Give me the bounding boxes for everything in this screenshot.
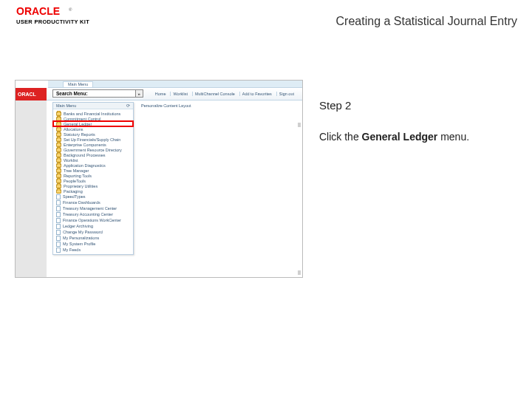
menu-item-label: Reporting Tools: [64, 174, 92, 178]
menu-item-label: PeopleTools: [64, 179, 86, 183]
svg-text:®: ®: [69, 7, 72, 12]
folder-icon: [56, 127, 61, 132]
menu-item-label: Treasury Accounting Center: [63, 212, 113, 216]
menu-item-label: Finance Operations WorkCenter: [63, 218, 121, 222]
menu-item-enterprise-components[interactable]: Enterprise Components: [53, 142, 133, 147]
search-label: Search Menu:: [53, 91, 91, 96]
menu-item-label: Set Up Financials/Supply Chain: [64, 137, 120, 142]
folder-icon: [56, 153, 61, 157]
document-icon: [56, 248, 61, 253]
folder-icon: [56, 189, 61, 194]
menu-item-treasury-management-center[interactable]: Treasury Management Center: [53, 205, 133, 211]
folder-icon: [56, 158, 61, 163]
menu-item-change-my-password[interactable]: Change My Password: [53, 229, 133, 235]
user-bar: Main Menu: [48, 81, 302, 88]
menu-item-label: My System Profile: [63, 242, 95, 246]
menu-item-label: Background Processes: [64, 153, 106, 157]
search-input[interactable]: [91, 90, 135, 97]
menu-item-treasury-accounting-center[interactable]: Treasury Accounting Center: [53, 211, 133, 217]
menu-item-commitment-control[interactable]: Commitment Control: [53, 116, 133, 121]
breadcrumb: Personalize Content Layout: [141, 103, 191, 108]
folder-icon: [56, 163, 61, 168]
menu-item-label: My Personalizations: [63, 236, 99, 240]
menu-item-label: SpeedTypes: [63, 194, 86, 199]
menu-item-ledger-archiving[interactable]: Ledger Archiving: [53, 223, 133, 229]
menu-item-my-feeds[interactable]: My Feeds: [53, 247, 133, 253]
menu-item-label: Packaging: [64, 189, 83, 194]
menu-item-worklist[interactable]: Worklist: [53, 157, 133, 163]
folder-icon: [56, 168, 61, 173]
document-icon: [56, 218, 61, 223]
menu-item-statutory-reports[interactable]: Statutory Reports: [53, 132, 133, 137]
menu-item-label: Tree Manager: [64, 168, 89, 173]
embedded-screenshot: ORACL Main Menu HomeWorklistMultiChannel…: [15, 80, 303, 278]
menu-item-label: Finance Dashboards: [63, 200, 100, 205]
menu-item-banks-and-financial-institutions[interactable]: Banks and Financial Institutions: [53, 111, 133, 116]
menu-item-allocations[interactable]: Allocations: [53, 126, 133, 132]
menu-item-label: Banks and Financial Institutions: [64, 112, 120, 116]
menu-item-background-processes[interactable]: Background Processes: [53, 152, 133, 157]
menu-item-proprietary-utilities[interactable]: Proprietary Utilities: [53, 183, 133, 188]
menu-item-reporting-tools[interactable]: Reporting Tools: [53, 173, 133, 178]
folder-icon: [56, 132, 61, 137]
menu-item-label: Change My Password: [63, 230, 103, 234]
menu-item-application-diagnostics[interactable]: Application Diagnostics: [53, 163, 133, 168]
menu-item-label: Treasury Management Center: [63, 206, 117, 211]
step-label: Step 2: [319, 99, 517, 112]
menu-item-label: Government Resource Directory: [64, 148, 122, 152]
oracle-upk-logo: ORACLE ® USER PRODUCTIVITY KIT: [16, 6, 105, 25]
folder-icon: [56, 137, 61, 142]
folder-icon: [56, 112, 61, 116]
svg-text:ORACLE: ORACLE: [16, 6, 60, 17]
menu-item-peopletools[interactable]: PeopleTools: [53, 178, 133, 183]
menu-item-label: Ledger Archiving: [63, 224, 93, 228]
menu-item-label: Worklist: [64, 158, 78, 163]
menu-item-government-resource-directory[interactable]: Government Resource Directory: [53, 147, 133, 152]
menu-item-finance-dashboards[interactable]: Finance Dashboards: [53, 200, 133, 205]
search-go-icon[interactable]: »: [135, 90, 143, 97]
instruction-panel: Step 2 Click the General Ledger menu.: [319, 80, 517, 278]
oracle-strip: ORACL: [16, 88, 47, 100]
document-icon: [56, 200, 61, 205]
menu-item-label: Allocations: [64, 127, 83, 132]
folder-icon: [56, 184, 61, 188]
menu-item-my-personalizations[interactable]: My Personalizations: [53, 235, 133, 241]
nav-add-to-favorites[interactable]: Add to Favorites: [239, 92, 274, 96]
menu-item-packaging[interactable]: Packaging: [53, 188, 133, 194]
tab-main-menu[interactable]: Main Menu: [63, 81, 93, 87]
main-menu-panel: Main Menu ⟳ Banks and Financial Institut…: [52, 102, 134, 255]
page-title: Creating a Statistical Journal Entry: [336, 15, 517, 28]
menu-item-label: Statutory Reports: [64, 132, 95, 137]
nav-multichannel-console[interactable]: MultiChannel Console: [192, 92, 237, 96]
menu-header: Main Menu: [56, 103, 76, 108]
folder-icon: [56, 174, 61, 178]
menu-item-my-system-profile[interactable]: My System Profile: [53, 241, 133, 247]
menu-item-general-ledger[interactable]: General Ledger: [53, 121, 133, 126]
folder-icon: [56, 143, 61, 147]
nav-home[interactable]: Home: [153, 92, 168, 96]
menu-item-label: General Ledger: [64, 122, 92, 126]
menu-item-speedtypes[interactable]: SpeedTypes: [53, 194, 133, 200]
nav-worklist[interactable]: Worklist: [170, 92, 189, 96]
menu-item-tree-manager[interactable]: Tree Manager: [53, 168, 133, 173]
document-icon: [56, 242, 61, 247]
folder-icon: [56, 179, 61, 183]
menu-item-label: Proprietary Utilities: [64, 184, 98, 188]
search-menu[interactable]: Search Menu: »: [52, 89, 143, 98]
document-icon: [56, 194, 61, 200]
menu-item-label: Application Diagnostics: [64, 163, 106, 168]
nav-sign-out[interactable]: Sign out: [276, 92, 296, 96]
refresh-icon[interactable]: ⟳: [126, 103, 130, 108]
document-icon: [56, 212, 61, 217]
folder-icon: [56, 122, 61, 126]
folder-icon: [56, 148, 61, 152]
folder-icon: [56, 117, 61, 121]
step-instruction: Click the General Ledger menu.: [319, 131, 517, 143]
document-icon: [56, 236, 61, 241]
document-icon: [56, 224, 61, 229]
menu-item-set-up-financials-supply-chain[interactable]: Set Up Financials/Supply Chain: [53, 137, 133, 142]
menu-item-finance-operations-workcenter[interactable]: Finance Operations WorkCenter: [53, 217, 133, 223]
product-line-label: USER PRODUCTIVITY KIT: [16, 18, 105, 25]
menu-item-label: Enterprise Components: [64, 143, 106, 147]
document-icon: [56, 230, 61, 235]
